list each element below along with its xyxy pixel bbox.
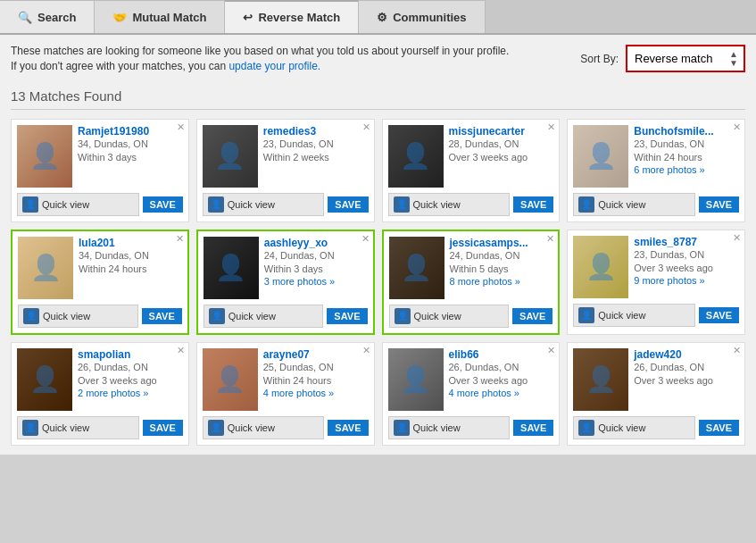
close-button[interactable]: ✕ bbox=[547, 121, 555, 133]
quick-view-button[interactable]: 👤 Quick view bbox=[203, 416, 325, 439]
profile-photo[interactable]: 👤 bbox=[573, 125, 628, 188]
close-button[interactable]: ✕ bbox=[177, 121, 185, 133]
card-header: 👤 Bunchofsmile... 23, Dundas, ON Within … bbox=[573, 125, 739, 188]
profile-name[interactable]: Ramjet191980 bbox=[78, 125, 183, 138]
more-photos-link[interactable]: 9 more photos » bbox=[634, 275, 739, 286]
profile-name[interactable]: jessicasamps... bbox=[450, 237, 553, 249]
tab-search[interactable]: 🔍 Search bbox=[0, 0, 95, 33]
close-button[interactable]: ✕ bbox=[361, 233, 370, 245]
info-text: These matches are looking for someone li… bbox=[11, 44, 511, 74]
card-header: 👤 remedies3 23, Dundas, ON Within 2 week… bbox=[203, 125, 369, 188]
profile-photo[interactable]: 👤 bbox=[573, 348, 628, 411]
close-button[interactable]: ✕ bbox=[177, 345, 185, 356]
close-button[interactable]: ✕ bbox=[733, 121, 741, 133]
card-header: 👤 missjunecarter 28, Dundas, ON Over 3 w… bbox=[388, 125, 554, 188]
tab-reverse[interactable]: ↩ Reverse Match bbox=[225, 0, 359, 33]
profile-name[interactable]: aashleyy_xo bbox=[264, 237, 368, 249]
save-button[interactable]: SAVE bbox=[699, 420, 739, 436]
profile-name[interactable]: lula201 bbox=[79, 237, 182, 249]
age-location: 23, Dundas, ON bbox=[634, 248, 739, 262]
quick-view-button[interactable]: 👤 Quick view bbox=[389, 305, 510, 328]
profile-name[interactable]: Bunchofsmile... bbox=[634, 125, 739, 138]
card-header: 👤 smiles_8787 23, Dundas, ON Over 3 week… bbox=[573, 236, 739, 298]
last-seen: Within 24 hours bbox=[79, 263, 182, 276]
tab-communities[interactable]: ⚙ Communities bbox=[359, 0, 485, 33]
close-button[interactable]: ✕ bbox=[546, 233, 554, 245]
close-button[interactable]: ✕ bbox=[547, 345, 555, 356]
quick-view-button[interactable]: 👤 Quick view bbox=[573, 416, 695, 439]
quick-view-button[interactable]: 👤 Quick view bbox=[18, 305, 138, 328]
save-button[interactable]: SAVE bbox=[142, 308, 182, 324]
profile-photo[interactable]: 👤 bbox=[573, 236, 628, 298]
more-photos-link[interactable]: 2 more photos » bbox=[78, 388, 183, 398]
quick-view-button[interactable]: 👤 Quick view bbox=[573, 304, 695, 327]
more-photos-link[interactable]: 3 more photos » bbox=[264, 276, 368, 287]
match-card: ✕ 👤 smapolian 26, Dundas, ON Over 3 week… bbox=[11, 342, 189, 446]
photo-placeholder: 👤 bbox=[17, 125, 72, 188]
profile-photo[interactable]: 👤 bbox=[204, 237, 259, 299]
age-location: 23, Dundas, ON bbox=[634, 138, 739, 151]
more-photos-link[interactable]: 8 more photos » bbox=[450, 276, 553, 287]
quick-view-button[interactable]: 👤 Quick view bbox=[388, 193, 511, 216]
quick-view-button[interactable]: 👤 Quick view bbox=[203, 193, 325, 216]
profile-photo[interactable]: 👤 bbox=[388, 125, 444, 188]
profile-name[interactable]: arayne07 bbox=[263, 348, 369, 361]
person-icon: 👤 bbox=[22, 420, 38, 436]
last-seen: Over 3 weeks ago bbox=[449, 151, 554, 164]
card-info: jadew420 26, Dundas, ON Over 3 weeks ago bbox=[634, 348, 739, 411]
last-seen: Within 24 hours bbox=[263, 374, 369, 388]
save-button[interactable]: SAVE bbox=[699, 307, 739, 323]
save-button[interactable]: SAVE bbox=[328, 420, 368, 436]
more-photos-link[interactable]: 4 more photos » bbox=[449, 388, 554, 398]
profile-name[interactable]: smiles_8787 bbox=[634, 236, 739, 248]
save-button[interactable]: SAVE bbox=[328, 196, 368, 213]
save-button[interactable]: SAVE bbox=[143, 196, 183, 213]
profile-name[interactable]: remedies3 bbox=[263, 125, 369, 138]
photo-placeholder: 👤 bbox=[204, 237, 259, 299]
save-button[interactable]: SAVE bbox=[143, 420, 183, 436]
quick-view-button[interactable]: 👤 Quick view bbox=[17, 193, 139, 216]
profile-photo[interactable]: 👤 bbox=[17, 125, 72, 188]
profile-photo[interactable]: 👤 bbox=[17, 348, 72, 411]
match-card: ✕ 👤 remedies3 23, Dundas, ON Within 2 we… bbox=[196, 119, 375, 222]
profile-name[interactable]: jadew420 bbox=[634, 348, 739, 361]
card-header: 👤 aashleyy_xo 24, Dundas, ON Within 3 da… bbox=[204, 237, 368, 299]
more-photos-link[interactable]: 6 more photos » bbox=[634, 164, 739, 175]
sort-select[interactable]: Reverse match Newest first Oldest first … bbox=[627, 46, 744, 71]
profile-name[interactable]: smapolian bbox=[78, 348, 183, 361]
info-bar: These matches are looking for someone li… bbox=[11, 44, 745, 74]
close-button[interactable]: ✕ bbox=[362, 121, 370, 133]
quick-view-button[interactable]: 👤 Quick view bbox=[573, 193, 695, 216]
quick-view-button[interactable]: 👤 Quick view bbox=[17, 416, 139, 439]
profile-name[interactable]: elib66 bbox=[449, 348, 554, 361]
save-button[interactable]: SAVE bbox=[699, 196, 739, 213]
tab-bar: 🔍 Search 🤝 Mutual Match ↩ Reverse Match … bbox=[0, 0, 756, 35]
sort-label: Sort By: bbox=[580, 53, 619, 65]
age-location: 26, Dundas, ON bbox=[634, 361, 739, 374]
save-button[interactable]: SAVE bbox=[513, 420, 553, 436]
last-seen: Within 3 days bbox=[78, 151, 183, 164]
close-button[interactable]: ✕ bbox=[733, 345, 741, 356]
profile-name[interactable]: missjunecarter bbox=[449, 125, 554, 138]
profile-photo[interactable]: 👤 bbox=[389, 237, 444, 299]
close-button[interactable]: ✕ bbox=[176, 233, 184, 245]
quick-view-button[interactable]: 👤 Quick view bbox=[204, 305, 324, 328]
save-button[interactable]: SAVE bbox=[512, 308, 552, 324]
update-profile-link[interactable]: update your profile. bbox=[228, 60, 320, 72]
profile-photo[interactable]: 👤 bbox=[18, 237, 73, 299]
save-button[interactable]: SAVE bbox=[513, 196, 553, 213]
close-button[interactable]: ✕ bbox=[733, 232, 741, 244]
quick-view-label: Quick view bbox=[228, 422, 275, 433]
card-info: arayne07 25, Dundas, ON Within 24 hours … bbox=[263, 348, 369, 411]
quick-view-label: Quick view bbox=[413, 199, 461, 210]
quick-view-button[interactable]: 👤 Quick view bbox=[388, 416, 511, 439]
close-button[interactable]: ✕ bbox=[362, 345, 370, 356]
last-seen: Within 2 weeks bbox=[263, 151, 369, 164]
profile-photo[interactable]: 👤 bbox=[203, 348, 258, 411]
save-button[interactable]: SAVE bbox=[327, 308, 367, 324]
tab-mutual[interactable]: 🤝 Mutual Match bbox=[95, 0, 225, 33]
more-photos-link[interactable]: 4 more photos » bbox=[263, 388, 369, 398]
profile-photo[interactable]: 👤 bbox=[388, 348, 444, 411]
photo-placeholder: 👤 bbox=[389, 237, 444, 299]
profile-photo[interactable]: 👤 bbox=[203, 125, 258, 188]
